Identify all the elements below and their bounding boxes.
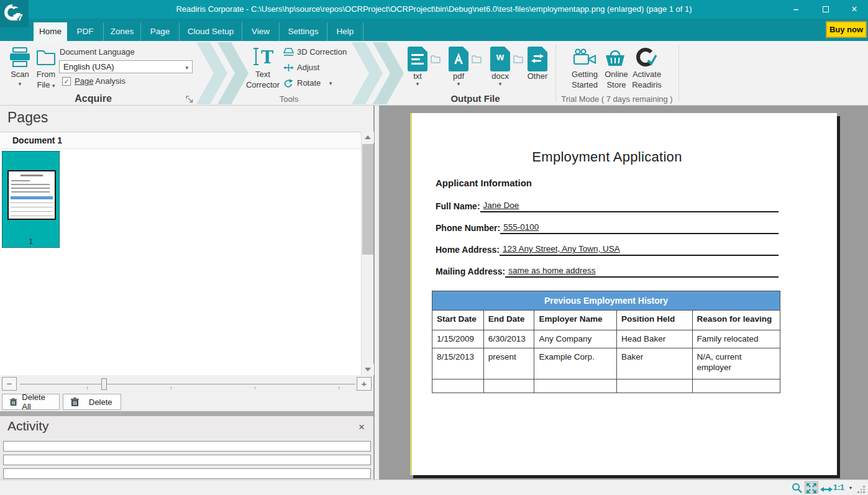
minus-icon: − bbox=[7, 378, 12, 389]
table-cell: N/A, current employer bbox=[693, 348, 780, 379]
3d-correction-label[interactable]: 3D Correction bbox=[297, 47, 347, 57]
delete-all-button[interactable]: Delete All bbox=[2, 394, 60, 410]
scan-dropdown-caret[interactable]: ▾ bbox=[16, 81, 24, 87]
trial-mode-group-label: Trial Mode ( 7 days remaining ) bbox=[555, 94, 679, 104]
from-file-label-line1: From bbox=[30, 70, 62, 79]
folder-icon bbox=[36, 50, 56, 66]
zoom-search-button[interactable] bbox=[792, 483, 802, 495]
tab-home[interactable]: Home bbox=[34, 22, 67, 41]
activate-readiris-button[interactable] bbox=[635, 47, 657, 71]
zoom-in-button[interactable]: + bbox=[357, 377, 372, 391]
table-header-cell: Employer Name bbox=[534, 310, 617, 330]
from-file-dropdown-caret[interactable]: ▾ bbox=[52, 83, 55, 89]
app-logo: 17 bbox=[0, 0, 29, 27]
video-camera-icon bbox=[572, 48, 597, 66]
txt-dropdown-caret[interactable]: ▾ bbox=[413, 81, 422, 87]
ribbon-tabs: Home PDF Zones Page Cloud Setup View Set… bbox=[34, 22, 363, 41]
getting-started-button[interactable] bbox=[572, 48, 597, 68]
3d-correction-button[interactable] bbox=[283, 48, 294, 59]
acquire-dialog-launcher[interactable] bbox=[186, 95, 194, 106]
3d-correction-icon bbox=[283, 48, 294, 57]
document-language-select[interactable]: English (USA) ▾ bbox=[59, 60, 193, 73]
tab-page[interactable]: Page bbox=[141, 22, 180, 41]
text-corrector-label-line2: Corrector bbox=[240, 80, 286, 89]
pdf-folder-icon[interactable] bbox=[471, 55, 482, 66]
document-canvas[interactable]: Employment Application Applicant Informa… bbox=[379, 106, 868, 479]
activate-readiris-icon bbox=[635, 47, 657, 68]
pages-panel: Pages Document 1 bbox=[0, 106, 375, 479]
svg-text:T: T bbox=[261, 48, 273, 67]
svg-text:17: 17 bbox=[12, 12, 23, 22]
export-txt-button[interactable] bbox=[408, 47, 427, 71]
output-file-group-label: Output File bbox=[426, 93, 525, 104]
table-row: 8/15/2013 present Example Corp. Baker N/… bbox=[432, 348, 780, 379]
tab-view[interactable]: View bbox=[242, 22, 280, 41]
table-cell: Any Company bbox=[534, 330, 617, 348]
adjust-button[interactable] bbox=[283, 63, 294, 75]
table-cell: 1/15/2009 bbox=[432, 330, 484, 348]
rotate-icon bbox=[283, 79, 293, 88]
adjust-label[interactable]: Adjust bbox=[297, 63, 319, 72]
tab-pdf[interactable]: PDF bbox=[67, 22, 104, 41]
zoom-ratio-caret[interactable]: ▾ bbox=[849, 485, 852, 491]
docx-dropdown-caret[interactable]: ▾ bbox=[496, 81, 505, 87]
buy-now-button[interactable]: Buy now bbox=[826, 21, 867, 38]
scan-button[interactable] bbox=[9, 47, 31, 70]
page-analysis-checkbox[interactable]: ✓ bbox=[62, 77, 71, 86]
export-docx-button[interactable]: w bbox=[490, 47, 510, 71]
thumbnail-preview bbox=[7, 170, 56, 220]
activity-close-button[interactable]: × bbox=[359, 421, 365, 434]
maximize-button[interactable] bbox=[818, 0, 833, 19]
slider-thumb[interactable] bbox=[101, 378, 107, 390]
tab-cloud-setup[interactable]: Cloud Setup bbox=[180, 22, 242, 41]
online-store-button[interactable] bbox=[604, 48, 626, 70]
scrollbar-thumb[interactable] bbox=[362, 144, 373, 255]
text-corrector-button[interactable]: T bbox=[251, 46, 275, 71]
rotate-label[interactable]: Rotate bbox=[297, 78, 321, 88]
tab-zones[interactable]: Zones bbox=[104, 22, 141, 41]
table-header-row: Start Date End Date Employer Name Positi… bbox=[432, 310, 780, 330]
pdf-dropdown-caret[interactable]: ▾ bbox=[454, 81, 463, 87]
trash-icon bbox=[71, 397, 79, 407]
scroll-up-button[interactable] bbox=[362, 132, 374, 143]
scroll-down-button[interactable] bbox=[362, 364, 374, 375]
slider-track[interactable] bbox=[20, 384, 355, 384]
panel-splitter[interactable] bbox=[0, 411, 373, 416]
page-actions-row: Delete All Delete bbox=[0, 393, 373, 411]
group-separator bbox=[555, 45, 556, 102]
resize-grip[interactable] bbox=[857, 486, 865, 493]
tab-settings[interactable]: Settings bbox=[280, 22, 327, 41]
minimize-button[interactable]: – bbox=[788, 0, 803, 19]
rotate-button[interactable] bbox=[283, 79, 293, 90]
readiris-logo-icon: 17 bbox=[2, 2, 26, 25]
pdf-adobe-icon bbox=[452, 52, 465, 66]
document-group-header[interactable]: Document 1 bbox=[0, 132, 373, 149]
zoom-ratio-button[interactable]: 1:1 bbox=[833, 483, 844, 492]
tab-help[interactable]: Help bbox=[327, 22, 363, 41]
activity-panel-header: Activity × bbox=[0, 416, 373, 440]
shopping-basket-icon bbox=[604, 48, 626, 67]
tools-group-label: Tools bbox=[261, 94, 317, 104]
fit-width-button[interactable] bbox=[820, 484, 833, 495]
checkbox-check-icon: ✓ bbox=[63, 78, 69, 85]
close-button[interactable]: × bbox=[847, 0, 862, 19]
from-file-button[interactable] bbox=[36, 50, 56, 68]
export-pdf-button[interactable] bbox=[449, 47, 468, 71]
getting-started-label-line2: Started bbox=[567, 80, 602, 89]
page-thumbnail-selected[interactable]: 1 bbox=[2, 151, 60, 248]
rotate-dropdown-caret[interactable]: ▾ bbox=[327, 80, 334, 86]
table-cell: 6/30/2013 bbox=[484, 330, 535, 348]
document-title: Employment Application bbox=[436, 149, 779, 165]
pages-panel-title: Pages bbox=[7, 109, 48, 126]
zoom-out-button[interactable]: − bbox=[2, 377, 17, 391]
form-field-phone: Phone Number: 555-0100 bbox=[436, 220, 779, 234]
scanned-page[interactable]: Employment Application Applicant Informa… bbox=[410, 113, 837, 475]
pages-scrollbar[interactable] bbox=[361, 132, 373, 375]
adjust-icon bbox=[283, 63, 294, 72]
delete-button[interactable]: Delete bbox=[63, 394, 121, 410]
fit-page-button[interactable] bbox=[805, 481, 818, 494]
txt-folder-icon[interactable] bbox=[430, 55, 441, 66]
docx-folder-icon[interactable] bbox=[513, 55, 524, 66]
table-row: 1/15/2009 6/30/2013 Any Company Head Bak… bbox=[432, 330, 780, 348]
export-other-button[interactable] bbox=[528, 47, 547, 71]
